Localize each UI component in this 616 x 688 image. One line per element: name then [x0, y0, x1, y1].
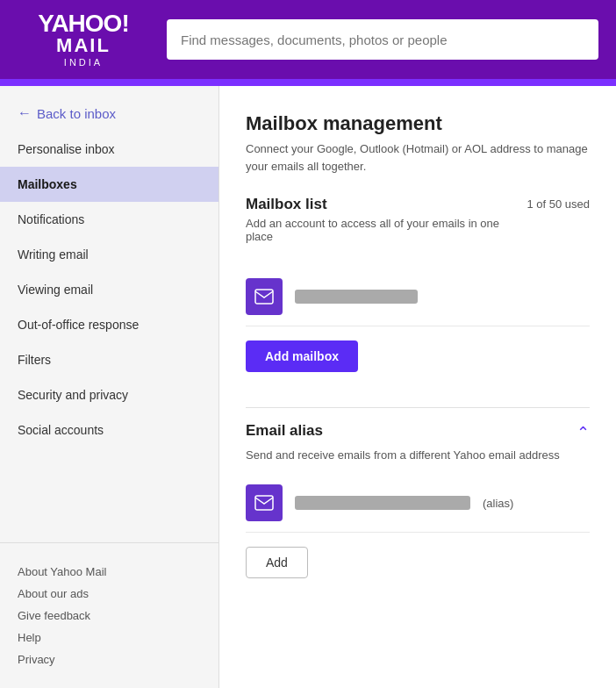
logo-area: YAHOO! MAIL INDIA	[18, 11, 149, 68]
section-divider	[246, 407, 590, 408]
mail-icon	[254, 286, 275, 307]
back-to-inbox-link[interactable]: ← Back to inbox	[0, 95, 218, 132]
sidebar-item-out-of-office[interactable]: Out-of-office response	[0, 307, 218, 342]
sidebar-footer: About Yahoo Mail About our ads Give feed…	[0, 542, 218, 688]
sidebar-item-mailboxes[interactable]: Mailboxes	[0, 167, 218, 202]
mail-icon-box	[246, 278, 283, 315]
add-alias-button[interactable]: Add	[246, 547, 308, 578]
sidebar-item-writing[interactable]: Writing email	[0, 237, 218, 272]
sidebar-item-viewing[interactable]: Viewing email	[0, 272, 218, 307]
search-bar[interactable]	[167, 19, 598, 60]
accent-bar	[0, 79, 616, 86]
back-label: Back to inbox	[37, 106, 116, 121]
sidebar-item-filters[interactable]: Filters	[0, 342, 218, 377]
page-subtitle: Connect your Google, Outlook (Hotmail) o…	[246, 140, 590, 175]
alias-item: (alias)	[246, 474, 590, 533]
india-label: INDIA	[64, 57, 103, 68]
mail-logo: MAIL	[56, 36, 111, 55]
privacy-link[interactable]: Privacy	[18, 649, 201, 670]
svg-rect-1	[255, 496, 273, 510]
main-layout: ← Back to inbox Personalise inbox Mailbo…	[0, 86, 616, 688]
mailbox-email-redacted	[295, 290, 418, 304]
add-mailbox-button[interactable]: Add mailbox	[246, 340, 358, 372]
ads-link[interactable]: About our ads	[18, 583, 201, 605]
alias-mail-icon-box	[246, 484, 283, 521]
chevron-up-icon[interactable]: ⌃	[577, 423, 590, 442]
mailbox-list-title-meta: Mailbox list Add an account to access al…	[246, 196, 526, 255]
alias-section-meta: Send and receive emails from a different…	[246, 448, 590, 462]
sidebar-item-personalise[interactable]: Personalise inbox	[0, 132, 218, 167]
main-content: Mailbox management Connect your Google, …	[219, 86, 616, 688]
mailbox-list-title: Mailbox list	[246, 196, 526, 213]
yahoo-logo: YAHOO!	[38, 11, 128, 36]
sidebar: ← Back to inbox Personalise inbox Mailbo…	[0, 86, 219, 688]
search-input[interactable]	[181, 32, 584, 47]
sidebar-item-notifications[interactable]: Notifications	[0, 202, 218, 237]
mailbox-list-header: Mailbox list Add an account to access al…	[246, 196, 590, 255]
sidebar-item-social[interactable]: Social accounts	[0, 412, 218, 448]
about-link[interactable]: About Yahoo Mail	[18, 561, 201, 583]
help-link[interactable]: Help	[18, 627, 201, 649]
used-count: 1 of 50 used	[526, 196, 590, 211]
alias-section-title: Email alias	[246, 422, 323, 440]
header: YAHOO! MAIL INDIA	[0, 0, 616, 79]
alias-section-header: Email alias ⌃	[246, 422, 590, 443]
alias-mail-icon	[254, 492, 275, 513]
mailbox-list-meta: Add an account to access all of your ema…	[246, 217, 526, 243]
page-title: Mailbox management	[246, 112, 590, 135]
mailbox-item	[246, 268, 590, 326]
feedback-link[interactable]: Give feedback	[18, 605, 201, 627]
alias-email-redacted	[295, 496, 470, 510]
sidebar-item-security[interactable]: Security and privacy	[0, 377, 218, 412]
alias-suffix-label: (alias)	[483, 497, 513, 510]
svg-rect-0	[255, 290, 273, 304]
back-arrow-icon: ←	[18, 105, 32, 121]
